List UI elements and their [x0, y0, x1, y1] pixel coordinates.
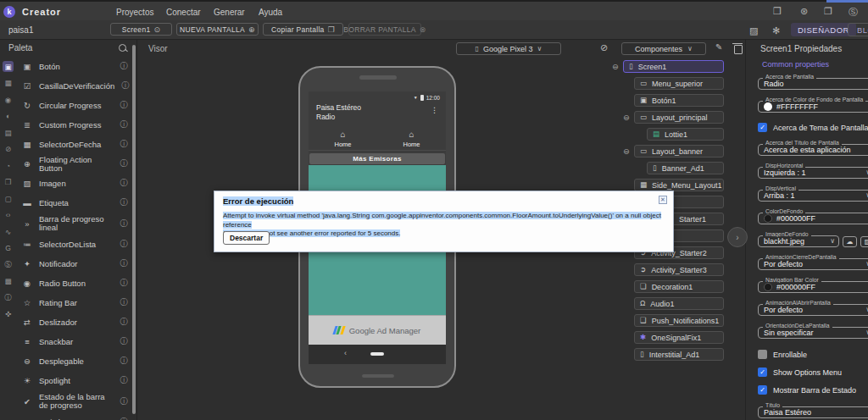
info-icon[interactable]: ⓘ — [120, 239, 129, 250]
tree-item-screen1[interactable]: ⊖ ▯ Screen1 — [623, 60, 724, 73]
property-dispvertical[interactable]: DispVertical Arriba : 1 ∨ — [758, 190, 868, 202]
image-assets-icon[interactable]: ▨ — [749, 25, 758, 36]
tree-item-boton1[interactable]: ▣ Botón1 — [634, 94, 724, 107]
tab-home-2[interactable]: ⌂ Home — [377, 128, 446, 150]
info-icon[interactable]: ⓘ — [120, 317, 129, 328]
tab-blocks[interactable]: BLOQUES — [848, 23, 868, 36]
trash-icon[interactable] — [734, 45, 743, 54]
kodular-logo[interactable]: k — [3, 6, 15, 18]
palette-item-casilla[interactable]: ☑CasillaDeVerificaciónⓘ — [16, 76, 128, 96]
info-icon[interactable]: ⓘ — [120, 336, 129, 347]
menu-proyectos[interactable]: Proyectos — [116, 8, 153, 17]
globe-icon[interactable]: ⊛ — [800, 6, 808, 17]
palette-category-icon[interactable]: Ⓢ — [3, 259, 14, 270]
palette-category-icon[interactable]: G — [3, 243, 14, 254]
property-titulo[interactable]: Título Paisa Estéreo — [758, 406, 868, 418]
palette-item-deslizador[interactable]: ⇄Deslizadorⓘ — [16, 312, 128, 332]
info-icon[interactable]: ⓘ — [120, 197, 129, 208]
info-icon[interactable]: ⓘ — [120, 258, 129, 269]
palette-item-fab[interactable]: ⊕Floating Action Buttonⓘ — [16, 154, 128, 174]
panel-collapse-handle[interactable]: › — [727, 227, 748, 247]
info-icon[interactable]: ⓘ — [120, 278, 129, 289]
palette-item-spotlight[interactable]: ☀Spotlightⓘ — [16, 371, 128, 390]
info-icon[interactable]: ⓘ — [120, 178, 129, 189]
palette-category-icon[interactable]: ▤ — [3, 127, 14, 138]
info-icon[interactable]: ⓘ — [120, 158, 129, 169]
property-colordefondo[interactable]: ColorDeFondo #000000FF — [758, 213, 868, 224]
folder-icon[interactable]: ❒ — [773, 6, 782, 17]
search-icon[interactable] — [119, 44, 126, 52]
menu-generar[interactable]: Generar — [214, 8, 245, 17]
palette-item-notificador[interactable]: ✦Notificadorⓘ — [16, 254, 128, 274]
property-navigation-bar-color[interactable]: Navigation Bar Color #000000FF — [758, 281, 868, 293]
property-show-options-menu[interactable]: ✓ Show Options Menu — [758, 367, 868, 378]
tree-item-layout-banner[interactable]: ⊖ ▭ Layout_banner — [634, 145, 724, 158]
palette-category-icon[interactable]: ⓘ — [3, 292, 14, 303]
back-icon[interactable]: ‹ — [344, 349, 347, 357]
palette-category-icon[interactable]: ▣ — [3, 61, 14, 72]
info-icon[interactable]: ⓘ — [120, 218, 129, 229]
palette-item-imagen[interactable]: ▨Imagenⓘ — [16, 174, 128, 193]
menu-conectar[interactable]: Conectar — [166, 8, 201, 17]
palette-category-icon[interactable]: ▦ — [3, 78, 14, 89]
info-icon[interactable]: ⓘ — [120, 396, 129, 407]
new-screen-button[interactable]: NUEVA PANTALLA ⊕ — [176, 23, 259, 36]
property-titulo-pantalla[interactable]: Acerca del Título de Pantalla Acerca de … — [758, 144, 868, 156]
stack-icon[interactable]: ❐ — [824, 6, 832, 17]
info-icon[interactable]: ⓘ — [120, 119, 129, 130]
delete-screen-button[interactable]: BORRAR PANTALLA ⊗ — [348, 23, 421, 36]
palette-item-desplegable[interactable]: ⊖Desplegableⓘ — [16, 351, 128, 371]
property-animacion-abrir[interactable]: AnimaciónAlAbrirPantalla Por defecto ∨ — [758, 304, 868, 316]
info-icon[interactable]: ⓘ — [120, 139, 129, 150]
mas-emisoras-button[interactable]: Más Emisoras — [309, 153, 445, 164]
collapse-icon[interactable]: ⊖ — [623, 113, 630, 122]
tree-item-push-notifications1[interactable]: ❑ Push_Notifications1 — [634, 314, 724, 327]
property-color-fondo-pantalla[interactable]: Acerca de Color de Fondo de Pantalla #FF… — [758, 101, 868, 113]
checkbox-unchecked-icon[interactable] — [758, 350, 767, 359]
eye-off-icon[interactable]: ⊘ — [600, 42, 608, 53]
palette-category-icon[interactable]: ▢ — [3, 193, 14, 204]
tab-designer[interactable]: DISEÑADOR — [791, 23, 856, 36]
palette-item-barra-progreso[interactable]: »Barra de progreso linealⓘ — [16, 213, 128, 235]
device-selector[interactable]: ▯ Google Pixel 3 ∨ — [456, 42, 561, 55]
tree-item-onesignalfix1[interactable]: ✱ OneSignalFix1 — [634, 331, 724, 344]
property-mostrar-barra-estado[interactable]: ✓ Mostrar Barra de Estado — [758, 384, 868, 395]
palette-scrollbar[interactable] — [131, 40, 137, 420]
gear-icon[interactable]: ✻ — [772, 25, 780, 36]
property-animacion-cierre[interactable]: AnimaciónCierreDePantalla Por defecto ∨ — [758, 258, 868, 270]
property-imagendefondo[interactable]: ImagenDeFondo blackht.jpeg∨ ☁ ▨ — [758, 235, 868, 247]
palette-category-icon[interactable]: ◐ — [3, 111, 14, 122]
property-tema-pantalla-claro[interactable]: ✓ Acerca de Tema de Pantalla Claro — [758, 122, 868, 133]
info-icon[interactable]: ⓘ — [120, 297, 129, 308]
upload-image-button[interactable]: ☁ — [843, 236, 857, 247]
tree-item-decoration1[interactable]: ❏ Decoration1 — [634, 280, 724, 293]
collapse-icon[interactable]: ⊖ — [623, 146, 630, 156]
palette-item-custom-progress[interactable]: ≣Custom Progressⓘ — [16, 115, 128, 135]
background-image-select[interactable]: ImagenDeFondo blackht.jpeg∨ — [758, 235, 839, 247]
kebab-menu-icon[interactable]: ⋮ — [431, 106, 438, 114]
dollar-circle-icon[interactable]: Ⓢ — [849, 6, 858, 19]
components-dropdown[interactable]: Componentes ∨ — [621, 42, 706, 55]
copy-screen-button[interactable]: Copiar Pantalla ❐ — [263, 23, 343, 36]
tree-item-menu-superior[interactable]: ▭ Menu_superior — [634, 77, 724, 90]
palette-category-icon[interactable]: ◔ — [3, 160, 14, 171]
palette-category-icon[interactable]: ❐ — [3, 177, 14, 188]
close-icon[interactable]: ✕ — [659, 196, 667, 204]
palette-category-icon[interactable]: ∿ — [3, 226, 14, 237]
preview-image-button[interactable]: ▨ — [860, 236, 868, 247]
palette-item-circular-progress[interactable]: ↻Circular Progressⓘ — [16, 96, 128, 115]
checkbox-checked-icon[interactable]: ✓ — [758, 368, 767, 377]
menu-ayuda[interactable]: Ayuda — [259, 8, 282, 17]
palette-item-boton[interactable]: ▣Botónⓘ — [16, 57, 128, 76]
palette-category-icon[interactable]: ▩ — [3, 276, 14, 287]
tree-item-side-menu-layout1[interactable]: ▦ Side_Menu_Layout1 — [634, 179, 724, 191]
checkbox-checked-icon[interactable]: ✓ — [758, 385, 767, 395]
tab-home-1[interactable]: ⌂ Home — [309, 128, 377, 150]
tree-item-layout-principal[interactable]: ⊖ ▭ Layout_principal — [634, 111, 724, 124]
palette-item-selector-fecha[interactable]: ▦SelectorDeFechaⓘ — [16, 135, 128, 154]
palette-category-icon[interactable]: ‹› — [3, 210, 14, 221]
palette-item-etiqueta[interactable]: ▬Etiquetaⓘ — [16, 193, 128, 213]
info-icon[interactable]: ⓘ — [120, 417, 129, 420]
palette-item-radio-button[interactable]: ◉Radio Buttonⓘ — [16, 274, 128, 293]
info-icon[interactable]: ⓘ — [120, 375, 129, 386]
